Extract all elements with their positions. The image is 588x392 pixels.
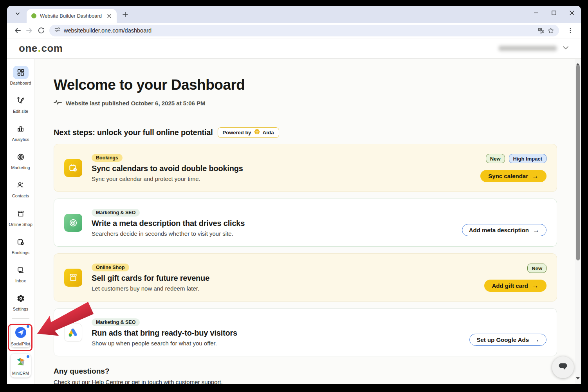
arrow-right-icon: → <box>532 282 539 289</box>
sidebar-item-contacts[interactable]: Contacts <box>8 179 33 199</box>
url-bar[interactable]: websitebuilder.one.com/dashboard <box>49 25 559 36</box>
app-header: one.com <box>7 38 581 59</box>
card-title: Sell gift cards for future revenue <box>92 274 209 283</box>
logo-text-com: com <box>41 42 63 54</box>
calendar-clock-icon <box>64 159 82 177</box>
card-meta-description: Marketing & SEO Write a meta description… <box>54 199 557 247</box>
sidebar-item-bookings[interactable]: Bookings <box>8 235 33 256</box>
sync-calendar-button[interactable]: Sync calendar → <box>480 170 547 182</box>
add-gift-card-button[interactable]: Add gift card → <box>484 280 547 292</box>
window-controls <box>527 6 581 20</box>
edit-site-icon <box>13 94 29 107</box>
support-chat-button[interactable] <box>552 356 574 378</box>
bullseye-icon <box>13 150 29 164</box>
translate-icon[interactable] <box>536 25 546 36</box>
logo-text-one: one <box>19 42 38 54</box>
person-icon <box>13 179 29 192</box>
sidebar-divider <box>12 318 29 319</box>
card-description: Searchers decide in seconds whether to v… <box>92 230 245 237</box>
card-text: Online Shop Sell gift cards for future r… <box>92 264 209 292</box>
card-actions: Add meta description → <box>462 199 547 246</box>
new-tab-button[interactable] <box>120 9 131 20</box>
bookmark-star-icon[interactable] <box>546 25 556 36</box>
button-label: Add meta description <box>469 227 529 233</box>
next-steps-cards: Bookings Sync calendars to avoid double … <box>54 144 557 356</box>
browser-menu-icon[interactable] <box>565 25 576 36</box>
minimize-button[interactable] <box>527 6 545 20</box>
badge-row: New <box>527 264 547 273</box>
sidebar-item-dashboard[interactable]: Dashboard <box>8 66 33 87</box>
arrow-right-icon: → <box>533 336 539 343</box>
sidebar-label: Settings <box>13 307 29 311</box>
questions-body: Check out our Help Centre or get in touc… <box>54 379 575 384</box>
site-settings-icon[interactable] <box>54 26 61 34</box>
card-title: Sync calendars to avoid double bookings <box>92 164 243 173</box>
reload-button[interactable] <box>35 25 47 36</box>
sidebar-item-inbox[interactable]: Inbox <box>8 264 33 284</box>
url-text[interactable]: websitebuilder.one.com/dashboard <box>64 27 536 34</box>
new-badge: New <box>527 264 547 273</box>
sidebar-item-online-shop[interactable]: Online Shop <box>8 207 33 228</box>
button-label: Sync calendar <box>488 173 528 179</box>
aida-badge-brand: Aida <box>263 130 274 135</box>
close-window-button[interactable] <box>563 6 581 20</box>
card-sync-calendars: Bookings Sync calendars to avoid double … <box>54 144 557 192</box>
chat-bubble-icon <box>556 359 570 376</box>
account-chevron-down-icon[interactable] <box>561 43 570 54</box>
vertical-scrollbar[interactable] <box>575 59 581 384</box>
arrow-right-icon: → <box>533 227 539 233</box>
logo-dot: . <box>38 42 41 54</box>
tab-search-button[interactable] <box>12 9 23 20</box>
browser-tab[interactable]: Website Builder Dashboard <box>27 9 117 23</box>
forward-button[interactable] <box>23 25 35 36</box>
badge-row: New High Impact <box>486 154 547 163</box>
google-ads-icon <box>64 323 82 341</box>
storefront-icon <box>64 269 82 287</box>
card-tag: Bookings <box>92 154 123 162</box>
scroll-down-arrow[interactable] <box>575 374 580 381</box>
sidebar-label: Dashboard <box>10 81 31 85</box>
content-region: Dashboard Edit site <box>7 59 581 384</box>
sidebar-item-marketing[interactable]: Marketing <box>8 150 33 171</box>
maximize-button[interactable] <box>545 6 563 20</box>
card-actions: New Add gift card → <box>484 254 547 301</box>
sidebar-item-edit-site[interactable]: Edit site <box>8 94 33 115</box>
annotation-highlight-box <box>8 324 32 351</box>
card-title: Write a meta description that drives cli… <box>92 219 245 228</box>
browser-window: Website Builder Dashboard <box>7 6 581 384</box>
card-actions: New High Impact Sync calendar → <box>480 144 547 191</box>
tab-strip: Website Builder Dashboard <box>7 6 581 23</box>
browser-toolbar: websitebuilder.one.com/dashboard <box>7 23 581 38</box>
sidebar-app-minicrm[interactable]: MiniCRM <box>11 354 31 378</box>
button-label: Add gift card <box>492 282 528 289</box>
sidebar-label: Marketing <box>11 165 30 170</box>
storefront-icon <box>13 207 29 220</box>
sidebar-label: Bookings <box>12 250 29 255</box>
minicrm-logo <box>15 356 27 370</box>
notification-dot <box>27 355 29 358</box>
dashboard-main: Welcome to your Dashboard Website last p… <box>34 59 575 384</box>
questions-section: Any questions? Check out our Help Centre… <box>54 367 575 384</box>
next-steps-heading: Next steps: unlock your full online pote… <box>54 128 213 137</box>
dashboard-grid-icon <box>13 66 29 79</box>
card-gift-cards: Online Shop Sell gift cards for future r… <box>54 253 557 302</box>
questions-heading: Any questions? <box>54 367 575 376</box>
sidebar-item-settings[interactable]: Settings <box>8 292 33 313</box>
sidebar-item-analytics[interactable]: Analytics <box>8 122 33 143</box>
card-text: Marketing & SEO Run ads that bring ready… <box>92 318 237 347</box>
scrollbar-thumb[interactable] <box>576 65 580 260</box>
card-description: Let customers buy now and redeem later. <box>92 285 209 292</box>
one-com-logo[interactable]: one.com <box>19 42 63 54</box>
back-button[interactable] <box>12 25 23 36</box>
set-up-google-ads-button[interactable]: Set up Google Ads → <box>469 334 547 346</box>
add-meta-description-button[interactable]: Add meta description → <box>462 224 547 236</box>
tab-close-icon[interactable] <box>106 13 113 20</box>
card-actions: Set up Google Ads → <box>469 309 547 356</box>
sidebar-label: Analytics <box>12 137 29 142</box>
sidebar-label: Contacts <box>12 193 29 198</box>
new-badge: New <box>486 154 505 163</box>
card-text: Bookings Sync calendars to avoid double … <box>92 154 243 182</box>
arrow-right-icon: → <box>532 173 539 179</box>
account-menu[interactable] <box>499 43 570 54</box>
tab-favicon-icon <box>31 13 36 18</box>
